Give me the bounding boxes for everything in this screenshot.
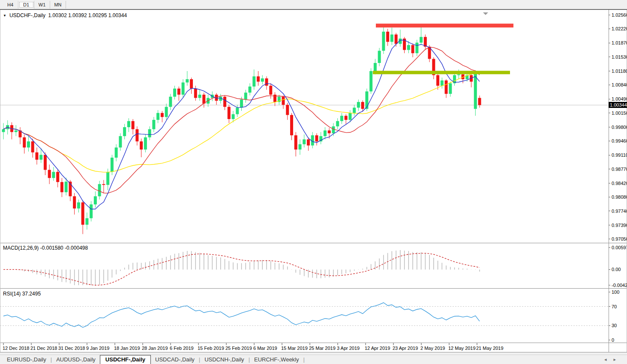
price-chart[interactable]	[0, 10, 627, 352]
date-tick-label: 12 May 2019	[448, 346, 476, 351]
rsi-name: RSI(14)	[3, 291, 21, 297]
price-tick-label: 0.99460	[612, 138, 627, 143]
rsi-tick-label: 70	[612, 304, 617, 309]
support-level-bar[interactable]	[373, 71, 510, 74]
shift-end-marker-icon[interactable]	[483, 12, 488, 15]
ma-slow-line	[3, 72, 480, 172]
collapse-triangle-icon[interactable]: ▼	[3, 14, 6, 18]
rsi-tick-label: 100	[612, 289, 619, 295]
tab-usdcnh[interactable]: USDCNH-,Daily	[200, 355, 248, 364]
ma-medium-line	[3, 47, 480, 193]
tab-scroll-left-icon[interactable]: ◂	[604, 357, 614, 362]
pane-separator	[0, 288, 627, 289]
date-tick-label: 12 Dec 2018	[3, 346, 29, 351]
main-pane[interactable]	[0, 26, 609, 234]
chart-title: ▼USDCHF-,Daily 1.00302 1.00392 1.00295 1…	[3, 12, 127, 18]
price-tick-label: 1.01530	[612, 54, 627, 60]
date-tick-label: 9 Jan 2019	[86, 346, 109, 351]
price-tick-label: 0.99110	[612, 152, 627, 158]
date-tick-label: 12 Apr 2019	[365, 346, 390, 351]
date-tick-label: 25 Feb 2019	[225, 346, 252, 351]
axis-border	[609, 10, 609, 352]
macd-values: -0.001580 -0.000498	[40, 245, 88, 251]
date-tick-label: 25 Mar 2019	[309, 346, 336, 351]
price-tick-label: 1.02220	[612, 26, 627, 31]
price-tick-label: 1.02560	[612, 12, 627, 18]
price-tick-label: 0.98770	[612, 167, 627, 172]
macd-indicator-label: MACD(12,26,9) -0.001580 -0.000498	[3, 245, 88, 251]
timeframe-toolbar: H4D1W1MN	[0, 0, 627, 9]
candles-layer	[2, 26, 481, 234]
tab-items: EURUSD-,Daily|AUDUSD-,DailyUSDCHF-,Daily…	[3, 355, 305, 364]
tab-separator: |	[303, 355, 305, 364]
date-tick-label: 6 Feb 2019	[170, 346, 194, 351]
macd-tick-label: 0.00597	[612, 245, 627, 250]
date-tick-label: 2 May 2019	[420, 346, 445, 351]
timeframe-button-w1[interactable]: W1	[34, 1, 50, 9]
price-tick-label: 1.01870	[612, 40, 627, 45]
date-tick-label: 6 Mar 2019	[253, 346, 277, 351]
date-tick-label: 21 May 2019	[476, 346, 504, 351]
tab-usdchf[interactable]: USDCHF-,Daily	[100, 355, 151, 364]
timeframe-button-mn[interactable]: MN	[50, 1, 66, 9]
mt4-window: H4D1W1MN ▼USDCHF-,Daily 1.00302 1.00392 …	[0, 0, 627, 364]
date-tick-label: 15 Mar 2019	[281, 346, 308, 351]
tab-scroll-arrows[interactable]: ◂▸	[604, 357, 623, 362]
tab-audusd[interactable]: AUDUSD-,Daily	[52, 355, 100, 364]
chart-tabbar: EURUSD-,Daily|AUDUSD-,DailyUSDCHF-,Daily…	[0, 355, 627, 364]
resistance-level-bar[interactable]	[376, 24, 513, 27]
price-tick-label: 1.00840	[612, 82, 627, 87]
tab-scroll-right-icon[interactable]: ▸	[613, 357, 623, 362]
rsi-tick-label: 30	[612, 323, 617, 328]
price-tick-label: 0.97390	[612, 223, 627, 228]
pane-separator	[0, 289, 627, 289]
tab-eurchf[interactable]: EURCHF-,Weekly	[250, 355, 303, 364]
rsi-tick-label: 0	[612, 337, 614, 343]
rsi-indicator-label: RSI(14) 37.2495	[3, 291, 41, 297]
price-tick-label: 1.01180	[612, 69, 627, 74]
macd-name: MACD(12,26,9)	[3, 245, 39, 251]
date-tick-label: 15 Feb 2019	[198, 346, 224, 351]
price-tick-label: 0.98080	[612, 194, 627, 200]
price-tick-label: 0.99800	[612, 125, 627, 130]
tab-eurusd[interactable]: EURUSD-,Daily	[3, 355, 51, 364]
date-tick-label: 3 Apr 2019	[337, 346, 360, 351]
pane-separator	[0, 243, 627, 244]
rsi-pane[interactable]	[0, 303, 609, 328]
rsi-value: 37.2495	[22, 291, 41, 297]
timeframe-button-h4[interactable]: H4	[3, 1, 18, 9]
price-tick-label: 0.97050	[612, 236, 627, 242]
price-tick-label: 1.00490	[612, 96, 627, 101]
pane-separator	[0, 343, 627, 343]
chart-symbol-label: USDCHF-,Daily	[9, 12, 45, 18]
current-price-tag: 1.00344	[609, 102, 627, 108]
macd-tick-label: -0.004243	[612, 283, 627, 288]
date-tick-label: 18 Jan 2019	[114, 346, 140, 351]
date-tick-label: 31 Dec 2018	[58, 346, 85, 351]
price-tick-label: 0.97740	[612, 209, 627, 214]
tab-usdcad[interactable]: USDCAD-,Daily	[151, 355, 199, 364]
chart-window[interactable]: ▼USDCHF-,Daily 1.00302 1.00392 1.00295 1…	[0, 9, 627, 352]
chart-ohlc-values: 1.00302 1.00392 1.00295 1.00344	[48, 12, 127, 18]
price-tick-label: 1.00150	[612, 110, 627, 116]
date-tick-label: 23 Apr 2019	[393, 346, 418, 351]
date-tick-label: 21 Dec 2018	[30, 346, 57, 351]
pane-separator	[0, 243, 627, 243]
macd-tick-label: 0.00	[612, 267, 621, 272]
price-tick-label: 0.98420	[612, 181, 627, 186]
date-tick-label: 28 Jan 2019	[142, 346, 168, 351]
macd-pane[interactable]	[3, 250, 480, 285]
window-border-left	[0, 10, 0, 352]
ma-fast-line	[3, 40, 480, 209]
timeframe-button-d1[interactable]: D1	[18, 1, 34, 9]
